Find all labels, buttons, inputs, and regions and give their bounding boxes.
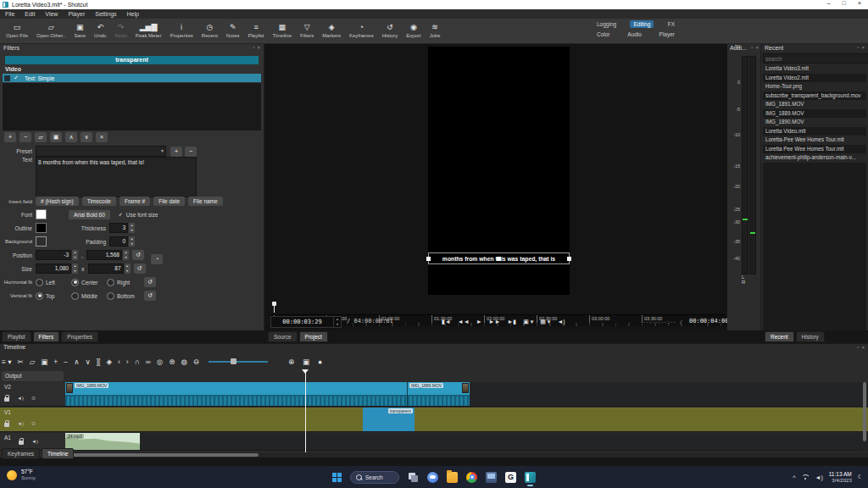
panel-tab[interactable]: History bbox=[796, 331, 825, 342]
overwrite-button[interactable]: ∨ bbox=[85, 354, 90, 369]
spinner-arrows[interactable]: ▴▾ bbox=[129, 236, 135, 247]
copy-button[interactable]: ▱ bbox=[30, 354, 36, 369]
insert-field-button[interactable]: File name bbox=[188, 197, 223, 206]
current-position-field[interactable]: 00:00:03:29 ▴▾ bbox=[270, 316, 342, 328]
insert-field-button[interactable]: # (Hash sign) bbox=[36, 197, 79, 206]
scrub-while-dragging-button[interactable]: ∞ bbox=[146, 354, 151, 369]
close-panel-icon[interactable]: × bbox=[861, 345, 865, 350]
text-input[interactable]: 8 months from when this was taped, that … bbox=[36, 157, 197, 197]
filters-button[interactable]: ▽ Filters bbox=[296, 19, 318, 43]
use-font-size-checkbox[interactable]: ✓ bbox=[118, 212, 124, 218]
timeline-horizontal-scrollbar[interactable] bbox=[65, 452, 868, 458]
remove-filter-button[interactable]: − bbox=[19, 132, 31, 142]
float-panel-icon[interactable]: ▫ bbox=[857, 345, 859, 350]
recent-file-item[interactable]: subscribe_transparent_background.mov bbox=[763, 92, 866, 101]
minimize-button[interactable]: – bbox=[827, 0, 831, 6]
markers-button[interactable]: ◈ Markers bbox=[318, 19, 345, 43]
video-clip[interactable]: IMG_1889.MOV bbox=[407, 382, 470, 406]
copy-filter-button[interactable]: ▱ bbox=[35, 132, 47, 142]
menu-item[interactable]: Edit bbox=[19, 11, 40, 17]
close-panel-icon[interactable]: × bbox=[257, 45, 260, 50]
keyframes-button[interactable]: ◔ Keyframes bbox=[345, 19, 378, 43]
snap-button[interactable]: ∩ bbox=[135, 354, 140, 369]
grid-menu-button[interactable]: ▦ ▾ bbox=[538, 316, 552, 328]
lock-icon[interactable] bbox=[4, 423, 9, 427]
panel-tab[interactable]: Properties bbox=[61, 331, 98, 342]
track-header-v2[interactable]: V2 ◄) ⊙ bbox=[0, 382, 65, 407]
scrollbar-thumb[interactable] bbox=[72, 453, 259, 457]
lock-icon[interactable] bbox=[4, 397, 9, 402]
paste-button[interactable]: ▣ bbox=[41, 354, 47, 369]
filter-enabled-check[interactable]: ✓ bbox=[14, 75, 19, 81]
move-up-button[interactable]: ∧ bbox=[65, 132, 77, 142]
vfit-radio-option[interactable]: Top bbox=[36, 292, 70, 300]
chrome-icon[interactable] bbox=[466, 472, 477, 483]
panel-tab[interactable]: Timeline bbox=[42, 448, 74, 459]
padding-spinner[interactable]: 0 ▴▾ bbox=[109, 236, 135, 247]
next-marker-button[interactable]: › bbox=[126, 354, 129, 369]
player-playhead[interactable] bbox=[272, 302, 276, 306]
panel-tab[interactable]: Recent bbox=[765, 331, 794, 342]
recent-button[interactable]: ◷ Recent bbox=[198, 19, 222, 43]
float-panel-icon[interactable]: ▫ bbox=[751, 45, 753, 50]
vfit-reset-button[interactable]: ↺ bbox=[144, 291, 156, 301]
preset-dropdown[interactable] bbox=[36, 146, 166, 157]
panel-tab[interactable]: Playlist bbox=[2, 331, 31, 342]
pc-app-icon[interactable] bbox=[486, 472, 497, 483]
shotcut-taskbar-icon[interactable] bbox=[525, 472, 536, 483]
radio-icon[interactable] bbox=[107, 279, 114, 286]
layout-logging[interactable]: Logging bbox=[593, 20, 620, 28]
thickness-spinner[interactable]: 3 ▴▾ bbox=[109, 223, 135, 233]
text-overlay-box[interactable]: months from when this was taped, that is bbox=[428, 252, 570, 264]
radio-icon[interactable] bbox=[36, 279, 43, 286]
preset-delete-button[interactable]: − bbox=[185, 147, 197, 157]
spinner-arrows[interactable]: ▴▾ bbox=[72, 250, 78, 260]
outline-color-swatch[interactable] bbox=[36, 223, 47, 233]
recent-file-item[interactable]: IMG_1891.MOV bbox=[763, 100, 866, 109]
maximize-button[interactable]: □ bbox=[843, 0, 846, 6]
layout-player[interactable]: Player bbox=[656, 30, 678, 38]
hfit-radio-option[interactable]: Left bbox=[36, 279, 70, 286]
close-button[interactable]: × bbox=[858, 0, 861, 6]
chat-icon[interactable] bbox=[427, 472, 438, 483]
playlist-button[interactable]: ≡ Playlist bbox=[244, 19, 269, 43]
radio-icon[interactable] bbox=[107, 292, 114, 300]
record-audio-button[interactable]: ● bbox=[318, 354, 322, 369]
spinner-arrows[interactable]: ▴▾ bbox=[125, 263, 131, 274]
timeline-playhead[interactable] bbox=[305, 371, 306, 455]
vfit-radio-option[interactable]: Bottom bbox=[107, 292, 141, 300]
search-box[interactable]: Search bbox=[350, 471, 399, 484]
hide-icon[interactable]: ⊙ bbox=[31, 395, 36, 402]
slider-knob[interactable] bbox=[231, 358, 236, 364]
size-width-spinner[interactable]: 1,080 ▴▾ bbox=[36, 263, 78, 274]
size-height-spinner[interactable]: 87 ▴▾ bbox=[88, 263, 131, 274]
audio-clip[interactable]: 24.mp3 bbox=[65, 433, 140, 450]
radio-icon[interactable] bbox=[71, 292, 79, 300]
notes-button[interactable]: ✎ Notes bbox=[222, 19, 244, 43]
recent-search-input[interactable] bbox=[763, 53, 868, 64]
mute-icon[interactable]: ◄) bbox=[17, 420, 24, 427]
ripple-all-tracks-button[interactable]: ⊛ bbox=[169, 354, 175, 369]
undo-button[interactable]: ↶ Undo bbox=[90, 19, 110, 43]
overlay-handle-left[interactable] bbox=[426, 257, 431, 261]
video-preview[interactable]: months from when this was taped, that is bbox=[428, 47, 570, 295]
marker-button[interactable]: ◈ bbox=[106, 354, 112, 369]
recent-file-item[interactable]: Home-Tour.png bbox=[763, 82, 866, 92]
layout-audio[interactable]: Audio bbox=[624, 30, 645, 38]
video-clip[interactable]: IMG_1889.MOV bbox=[65, 382, 407, 406]
properties-button[interactable]: i Properties bbox=[165, 19, 197, 43]
skip-next-button[interactable]: ►▮ bbox=[505, 316, 518, 328]
background-color-swatch[interactable] bbox=[36, 236, 47, 247]
file-explorer-icon[interactable] bbox=[447, 472, 458, 483]
track-header-v1[interactable]: V1 ◄) ⊙ bbox=[0, 408, 65, 432]
fast-forward-button[interactable]: ►► bbox=[487, 316, 503, 328]
panel-tab[interactable]: Keyframes bbox=[2, 448, 40, 459]
zoom-out-button[interactable]: ⊖ bbox=[193, 354, 199, 369]
volume-button[interactable]: ◄) bbox=[555, 316, 566, 328]
split-button[interactable]: ][ bbox=[97, 354, 101, 369]
move-down-button[interactable]: ∨ bbox=[81, 132, 92, 142]
hfit-reset-button[interactable]: ↺ bbox=[144, 277, 156, 287]
layout-color[interactable]: Color bbox=[593, 30, 614, 38]
open-other-button[interactable]: ▱ Open Other.. bbox=[32, 19, 70, 43]
recent-file-item[interactable]: Loretta-Pee Wee Homes Tour.mlt bbox=[763, 136, 866, 145]
